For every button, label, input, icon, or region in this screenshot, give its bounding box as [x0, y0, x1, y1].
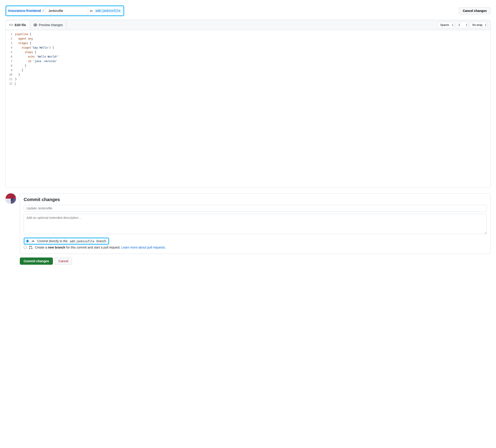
- filename-input[interactable]: [46, 7, 88, 15]
- git-commit-icon: [31, 239, 35, 243]
- commit-direct-option[interactable]: Commit directly to the add-jenkinsfile b…: [24, 238, 109, 245]
- tab-bar: Edit file Preview changes Spaces ▴▾ 2 ▴▾: [6, 20, 490, 30]
- commit-direct-label: Commit directly to the add-jenkinsfile b…: [37, 239, 107, 243]
- cancel-changes-button[interactable]: Cancel changes: [459, 7, 491, 15]
- breadcrumb-sep: /: [43, 9, 44, 13]
- wrap-mode-select[interactable]: No wrap: [470, 22, 488, 28]
- breadcrumb: insurance-frontend / in add-jenkinsfile: [5, 5, 124, 16]
- indent-size-select[interactable]: 2: [456, 22, 468, 28]
- commit-newbranch-radio[interactable]: [24, 246, 27, 249]
- tab-preview-changes[interactable]: Preview changes: [30, 21, 67, 29]
- branch-badge[interactable]: add-jenkinsfile: [94, 9, 121, 13]
- commit-changes-button[interactable]: Commit changes: [20, 257, 53, 265]
- code-icon: [9, 23, 13, 27]
- code-lines[interactable]: pipeline { agent any stages { stage('Say…: [15, 30, 490, 188]
- commit-direct-radio[interactable]: [26, 239, 29, 243]
- in-label: in: [90, 9, 93, 13]
- learn-more-link[interactable]: Learn more about pull requests.: [121, 246, 166, 249]
- branch-chip: add-jenkinsfile: [68, 239, 95, 243]
- cancel-button[interactable]: Cancel: [55, 257, 72, 265]
- indent-mode-select[interactable]: Spaces: [438, 22, 455, 28]
- tab-edit-label: Edit file: [15, 23, 26, 27]
- tab-edit-file[interactable]: Edit file: [6, 21, 30, 30]
- commit-box: Commit changes Commit directly to the ad…: [20, 193, 491, 254]
- commit-description-input[interactable]: [24, 214, 487, 234]
- tab-preview-label: Preview changes: [39, 23, 63, 27]
- code-editor[interactable]: 123456789101112 pipeline { agent any sta…: [6, 30, 490, 188]
- git-pull-request-icon: [29, 246, 33, 249]
- commit-heading: Commit changes: [24, 197, 487, 202]
- editor-frame: Edit file Preview changes Spaces ▴▾ 2 ▴▾: [5, 20, 491, 188]
- commit-newbranch-label: Create a new branch for this commit and …: [35, 246, 166, 249]
- commit-summary-input[interactable]: [24, 205, 487, 212]
- commit-newbranch-option[interactable]: Create a new branch for this commit and …: [24, 245, 487, 250]
- avatar[interactable]: [5, 193, 16, 204]
- eye-icon: [33, 23, 37, 27]
- repo-link[interactable]: insurance-frontend: [8, 9, 41, 13]
- line-number-gutter: 123456789101112: [6, 30, 15, 188]
